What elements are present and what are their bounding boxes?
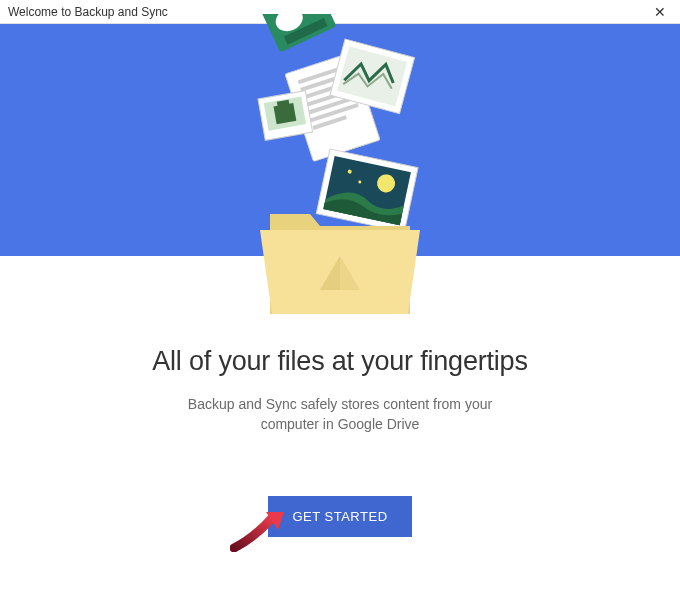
get-started-button[interactable]: GET STARTED: [268, 496, 411, 537]
cta-wrap: GET STARTED: [0, 496, 680, 537]
headline: All of your files at your fingertips: [0, 346, 680, 377]
subtext: Backup and Sync safely stores content fr…: [0, 395, 680, 434]
close-button[interactable]: ✕: [648, 4, 672, 20]
subtext-line-2: computer in Google Drive: [261, 416, 420, 432]
hero-banner: [0, 24, 680, 256]
illustration-documents-folder: [200, 14, 480, 314]
window-title: Welcome to Backup and Sync: [8, 5, 168, 19]
subtext-line-1: Backup and Sync safely stores content fr…: [188, 396, 492, 412]
